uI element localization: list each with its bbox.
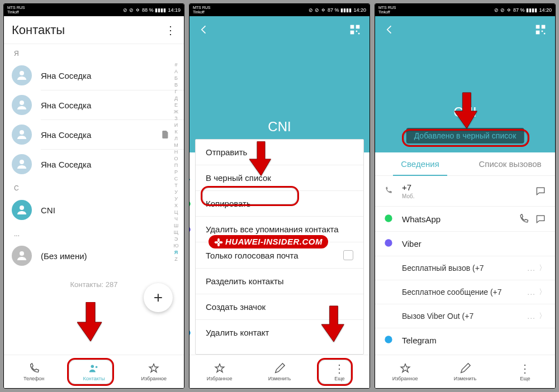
nav-edit[interactable]: Изменить [435, 355, 495, 388]
huawei-flower-icon [214, 238, 223, 247]
contact-row[interactable]: CNI [4, 195, 184, 224]
battery-icon: ⭘ [135, 7, 140, 13]
add-contact-fab[interactable]: + [144, 283, 173, 312]
nav-favorites[interactable]: Избранное [124, 355, 184, 388]
row-phone[interactable]: +7Моб. [375, 176, 555, 207]
avatar [12, 246, 32, 266]
nav-edit[interactable]: Изменить [249, 355, 309, 388]
row-free-call[interactable]: Бесплатный вызов (+7...〉 [375, 256, 555, 280]
row-telegram[interactable]: Telegram [375, 328, 555, 352]
message-icon[interactable] [535, 213, 546, 224]
edit-icon [273, 362, 286, 375]
whatsapp-icon [189, 200, 191, 208]
overflow-menu-button[interactable]: ⋮ [165, 23, 176, 37]
telegram-icon [384, 335, 395, 346]
phone-icon [384, 186, 395, 197]
viber-icon [384, 238, 395, 249]
checkbox[interactable] [343, 250, 353, 260]
statusbar: MTS RUSTinkoff ⊘⊘⭘ 87 % ▮▮▮▮ 14:20 [190, 4, 369, 16]
screen-contacts-list: MTS RUSTinkoff ⊘ ⊘ ⭘ 88 % ▮▮▮▮ 14:19 Кон… [3, 3, 184, 389]
section-header: ... [4, 224, 184, 241]
section-header: Я [4, 44, 184, 61]
svg-point-0 [20, 71, 24, 75]
telegram-icon [189, 329, 191, 337]
svg-point-25 [385, 214, 392, 222]
contact-row[interactable]: Яна Соседка [4, 120, 184, 149]
menu-item-split[interactable]: Разделить контакты [196, 269, 363, 294]
message-icon[interactable] [535, 185, 546, 197]
annotation-highlight [402, 129, 529, 147]
statusbar: MTS RUSTinkoff ⊘⊘⭘ 87 % ▮▮▮▮ 14:20 [375, 4, 555, 16]
tabs: Сведения Список вызовов [375, 152, 555, 176]
back-button[interactable] [197, 23, 211, 36]
call-icon[interactable] [518, 213, 529, 224]
nav-phone[interactable]: Телефон [4, 355, 64, 388]
signal-icon: ▮▮▮▮ [155, 7, 166, 13]
svg-point-27 [385, 336, 392, 343]
row-whatsapp[interactable]: WhatsApp [375, 207, 555, 232]
svg-rect-11 [356, 31, 358, 32]
qr-icon[interactable] [534, 23, 547, 36]
svg-point-4 [20, 205, 24, 210]
app-header: Контакты ⋮ [4, 16, 184, 44]
tab-info[interactable]: Сведения [375, 152, 465, 175]
avatar [12, 154, 32, 174]
svg-point-13 [189, 200, 191, 207]
avatar [12, 125, 32, 145]
svg-rect-23 [542, 31, 543, 32]
contact-name-title: CNI [190, 119, 369, 135]
contact-row[interactable]: (Без имени) [4, 241, 184, 270]
annotation-arrow-icon [321, 305, 346, 345]
nav-favorites[interactable]: Избранное [190, 355, 249, 388]
svg-rect-21 [542, 25, 546, 29]
annotation-arrow-icon [454, 92, 479, 131]
avatar [12, 95, 32, 115]
star-icon [214, 362, 226, 375]
svg-rect-12 [358, 33, 360, 35]
star-icon [399, 362, 411, 375]
contact-row[interactable]: Яна Соседка [4, 150, 184, 179]
viber-icon [189, 226, 191, 233]
avatar [12, 200, 32, 220]
phone-icon [28, 362, 40, 375]
row-free-message[interactable]: Бесплатное сообщение (+7...〉 [375, 280, 555, 304]
sim-icon [162, 131, 168, 138]
nav-favorites[interactable]: Избранное [375, 355, 435, 388]
section-header: C [4, 179, 184, 195]
svg-rect-24 [544, 33, 546, 35]
more-icon: ⋮ [519, 362, 530, 375]
menu-item-send[interactable]: Отправить [196, 140, 363, 165]
contact-row[interactable]: Яна Соседка [4, 61, 184, 90]
row-viber[interactable]: Viber [375, 232, 555, 256]
screen-contact-menu: MTS RUSTinkoff ⊘⊘⭘ 87 % ▮▮▮▮ 14:20 CNI О… [189, 3, 370, 389]
annotation-highlight [201, 186, 299, 206]
row-viber-out[interactable]: Вызов Viber Out (+7...〉 [375, 304, 555, 328]
svg-rect-22 [536, 31, 540, 35]
annotation-arrow-icon [77, 302, 104, 343]
dnd-icon: ⊘ [129, 7, 134, 13]
back-button[interactable] [383, 23, 396, 36]
svg-point-14 [189, 226, 191, 233]
whatsapp-icon [384, 214, 395, 224]
nav-more[interactable]: ⋮ Еще [495, 355, 555, 388]
svg-rect-9 [356, 25, 360, 29]
annotation-arrow-icon [249, 141, 273, 178]
svg-point-19 [219, 241, 223, 243]
star-icon [148, 362, 160, 375]
qr-icon[interactable] [348, 23, 362, 36]
svg-point-1 [20, 101, 24, 105]
bottom-nav: Избранное Изменить ⋮ Еще [375, 355, 555, 388]
svg-rect-8 [350, 25, 354, 29]
edit-icon [459, 362, 471, 375]
svg-point-17 [217, 243, 220, 247]
battery-percent: 88 % [142, 7, 154, 13]
contact-row[interactable]: Яна Соседка [4, 90, 184, 119]
phone-icon [189, 174, 191, 182]
clock: 14:19 [168, 7, 181, 13]
tab-calls[interactable]: Список вызовов [465, 152, 555, 175]
watermark: HUAWEI-INSIDER.COM [207, 234, 329, 250]
svg-point-15 [189, 329, 191, 336]
alphabet-scroller[interactable]: #АБВГДЕЖЗИКЛМНОПРСТУУХЦЧШЩЭЮЯZ [172, 62, 181, 349]
svg-point-18 [215, 241, 219, 243]
alarm-icon: ⊘ [123, 7, 127, 13]
